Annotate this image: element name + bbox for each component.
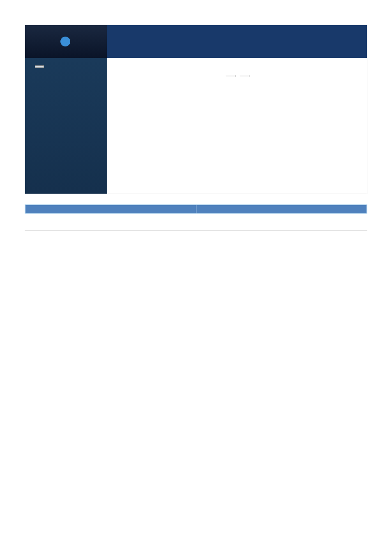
main-content bbox=[107, 58, 367, 194]
refresh-button[interactable] bbox=[239, 75, 249, 77]
sidebar bbox=[25, 58, 107, 194]
page-number bbox=[25, 231, 367, 234]
brand-logo bbox=[60, 37, 72, 46]
switch-header bbox=[25, 25, 367, 58]
port-panel bbox=[107, 25, 367, 58]
apply-button[interactable] bbox=[225, 75, 235, 77]
logout-button[interactable] bbox=[35, 65, 44, 68]
description-table bbox=[25, 204, 367, 214]
col-description bbox=[196, 205, 367, 214]
screenshot-body bbox=[25, 58, 367, 194]
col-object bbox=[25, 205, 196, 214]
embedded-screenshot bbox=[25, 25, 367, 194]
globe-icon bbox=[60, 37, 70, 46]
logo-area bbox=[25, 25, 107, 58]
